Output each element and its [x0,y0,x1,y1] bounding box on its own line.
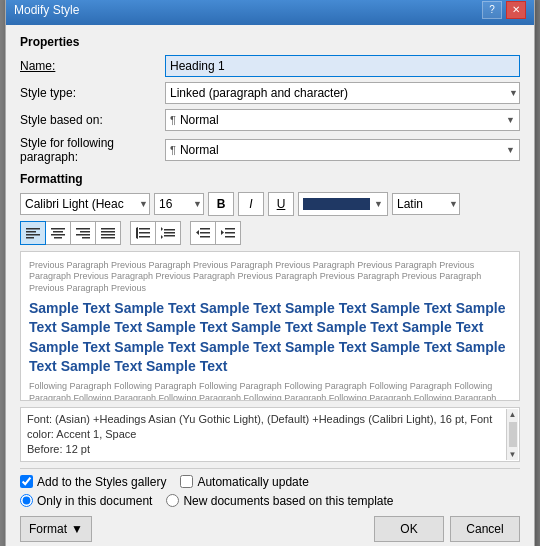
preview-previous-text: Previous Paragraph Previous Paragraph Pr… [29,260,511,295]
title-bar-buttons: ? ✕ [482,1,526,19]
underline-button[interactable]: U [268,192,294,216]
bold-button[interactable]: B [208,192,234,216]
svg-marker-23 [161,227,163,231]
font-color-selector[interactable]: ▼ [298,192,388,216]
style-following-arrow-icon: ▼ [506,145,515,155]
svg-rect-2 [26,234,40,236]
language-select[interactable]: Latin [392,193,460,215]
alignment-row [20,221,520,245]
name-input[interactable] [165,55,520,77]
italic-button[interactable]: I [238,192,264,216]
align-right-icon [76,227,90,239]
dialog-title: Modify Style [14,3,79,17]
svg-rect-22 [164,235,175,237]
style-based-row: Style based on: ¶ Normal ▼ [20,109,520,131]
only-this-doc-label: Only in this document [37,494,152,508]
scrollbar: ▲ ▼ [506,409,518,460]
svg-rect-0 [26,228,40,230]
radio-row: Only in this document New documents base… [20,494,520,508]
preview-box: Previous Paragraph Previous Paragraph Pr… [20,251,520,401]
svg-marker-28 [196,230,199,235]
svg-rect-29 [225,228,235,230]
style-following-select[interactable]: ¶ Normal ▼ [165,139,520,161]
style-following-row: Style for following paragraph: ¶ Normal … [20,136,520,164]
ok-button[interactable]: OK [374,516,444,542]
svg-rect-13 [101,231,115,233]
new-docs-radio-item[interactable]: New documents based on this template [166,494,393,508]
svg-rect-1 [26,231,36,233]
auto-update-checkbox-item[interactable]: Automatically update [180,475,308,489]
style-type-select-wrapper: Linked (paragraph and character) ▼ [165,82,520,104]
style-based-arrow-icon: ▼ [506,115,515,125]
scroll-up-icon[interactable]: ▲ [508,409,518,420]
properties-label: Properties [20,35,520,49]
dialog-body: Properties Name: Style type: Linked (par… [6,25,534,547]
svg-rect-10 [76,234,90,236]
pilcrow-icon-based: ¶ [170,114,176,126]
align-left-button[interactable] [20,221,46,245]
svg-rect-30 [225,232,235,234]
paragraph-spacing-button[interactable] [155,221,181,245]
action-buttons: OK Cancel [374,516,520,542]
add-gallery-checkbox[interactable] [20,475,33,488]
format-arrow-icon: ▼ [71,522,83,536]
style-description-box: Font: (Asian) +Headings Asian (Yu Gothic… [20,407,520,462]
divider [20,468,520,469]
only-this-doc-radio-item[interactable]: Only in this document [20,494,152,508]
auto-update-checkbox[interactable] [180,475,193,488]
formatting-section: Formatting Calibri Light (Heac ▼ 16 ▼ B … [20,172,520,462]
format-dropdown-button[interactable]: Format ▼ [20,516,92,542]
new-docs-label: New documents based on this template [183,494,393,508]
svg-rect-9 [80,231,90,233]
size-select[interactable]: 16 [154,193,204,215]
style-type-label: Style type: [20,86,165,100]
align-center-button[interactable] [45,221,71,245]
modify-style-dialog: Modify Style ? ✕ Properties Name: Style … [5,0,535,546]
svg-marker-19 [136,227,138,239]
format-label: Format [29,522,67,536]
color-swatch [303,198,370,210]
font-row: Calibri Light (Heac ▼ 16 ▼ B I U ▼ [20,192,520,216]
style-following-value: Normal [180,143,502,157]
add-gallery-checkbox-item[interactable]: Add to the Styles gallery [20,475,166,489]
style-type-select[interactable]: Linked (paragraph and character) [165,82,520,104]
style-based-select[interactable]: ¶ Normal ▼ [165,109,520,131]
svg-marker-32 [221,230,224,235]
svg-rect-12 [101,228,115,230]
formatting-label: Formatting [20,172,520,186]
only-this-doc-radio[interactable] [20,494,33,507]
align-right-button[interactable] [70,221,96,245]
svg-rect-7 [54,237,62,239]
help-button[interactable]: ? [482,1,502,19]
name-row: Name: [20,55,520,77]
cancel-button[interactable]: Cancel [450,516,520,542]
preview-sample-text: Sample Text Sample Text Sample Text Samp… [29,299,511,377]
lang-select-wrapper: Latin ▼ [392,193,460,215]
svg-rect-15 [101,237,115,239]
add-gallery-label: Add to the Styles gallery [37,475,166,489]
svg-rect-4 [51,228,65,230]
font-select-wrapper: Calibri Light (Heac ▼ [20,193,150,215]
pilcrow-icon-following: ¶ [170,144,176,156]
svg-rect-17 [139,232,150,234]
line-spacing-button[interactable] [130,221,156,245]
svg-rect-27 [200,236,210,238]
increase-indent-button[interactable] [215,221,241,245]
new-docs-radio[interactable] [166,494,179,507]
align-justify-button[interactable] [95,221,121,245]
style-following-label: Style for following paragraph: [20,136,165,164]
style-type-row: Style type: Linked (paragraph and charac… [20,82,520,104]
svg-rect-26 [200,232,210,234]
font-select[interactable]: Calibri Light (Heac [20,193,150,215]
scrollbar-thumb [509,422,517,447]
close-button[interactable]: ✕ [506,1,526,19]
svg-rect-5 [53,231,63,233]
svg-rect-11 [82,237,90,239]
scroll-down-icon[interactable]: ▼ [508,449,518,460]
svg-rect-18 [139,236,150,238]
title-bar: Modify Style ? ✕ [6,0,534,25]
decrease-indent-button[interactable] [190,221,216,245]
decrease-indent-icon [196,227,210,239]
line-spacing-icon [136,227,150,239]
align-left-icon [26,227,40,239]
